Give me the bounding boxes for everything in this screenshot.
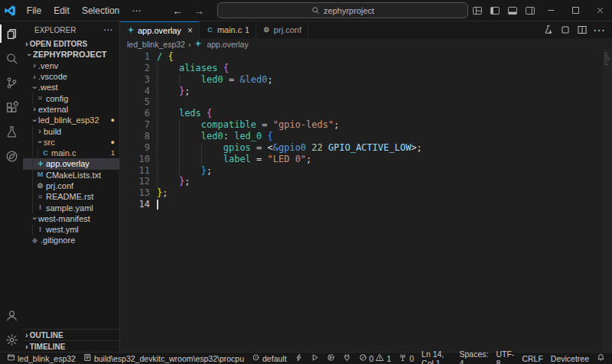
chevron-right-icon: › — [25, 40, 28, 48]
problems[interactable]: 01 — [355, 353, 396, 363]
tree-item-label: external — [38, 105, 68, 114]
chevron-down-icon: › — [31, 116, 39, 124]
explorer-icon[interactable] — [0, 21, 23, 46]
minimap[interactable] — [603, 50, 612, 352]
accounts-icon[interactable] — [0, 303, 23, 327]
tree-item-west-yml[interactable]: !west.yml — [23, 224, 119, 235]
source-control-icon[interactable] — [0, 70, 23, 95]
tree-item--vscode[interactable]: ›.vscode — [23, 71, 119, 82]
encoding[interactable]: UTF-8 — [492, 349, 518, 364]
yaml-file-icon: ! — [36, 204, 44, 211]
monitor-button[interactable] — [339, 353, 355, 363]
minimap-line — [604, 57, 609, 57]
zephyr-tools-icon[interactable] — [0, 144, 23, 168]
tree-item-label: build — [44, 127, 61, 136]
tree-item--west[interactable]: ›.west — [23, 82, 119, 93]
warning-icon — [376, 353, 384, 363]
minimize-button[interactable] — [539, 0, 563, 21]
close-button[interactable] — [588, 0, 612, 21]
tree-item-app-overlay[interactable]: app.overlay — [23, 158, 119, 169]
nav-arrows: ← → — [167, 5, 210, 17]
testing-icon[interactable] — [0, 119, 23, 144]
eol[interactable]: CRLF — [518, 354, 546, 363]
indentation-label: Spaces: 4 — [460, 349, 489, 364]
debug-button[interactable] — [323, 353, 339, 363]
forward-arrow-icon[interactable]: → — [188, 5, 210, 17]
breadcrumb-folder[interactable]: led_blink_esp32 — [127, 40, 185, 49]
tree-item--venv[interactable]: ›.venv — [23, 60, 119, 71]
close-icon[interactable]: × — [187, 25, 193, 36]
outline-section[interactable]: › OUTLINE — [23, 329, 119, 340]
split-editor-icon[interactable] — [574, 21, 591, 38]
build-dir[interactable]: build\esp32_devkitc_wroom\esp32\procpu — [80, 353, 248, 363]
tree-item-zephyrproject[interactable]: ›ZEPHYRPROJECT — [23, 49, 119, 60]
code-line — [157, 199, 601, 210]
toggle-sidebar-right-icon[interactable] — [521, 2, 539, 19]
line-number: 5 — [120, 96, 150, 108]
runner-select[interactable]: default — [248, 353, 291, 363]
tree-item--gitignore[interactable]: ◆.gitignore — [23, 235, 119, 245]
breadcrumb-file[interactable]: app.overlay — [207, 40, 248, 49]
flash-button[interactable] — [291, 353, 307, 363]
list-file-icon: ≡ — [36, 193, 44, 200]
more-actions-icon[interactable]: ⋯ — [591, 21, 607, 38]
tree-item-led-blink-esp32[interactable]: ›led_blink_esp32● — [23, 115, 119, 125]
tree-item-cmakelists-txt[interactable]: MCMakeLists.txt — [23, 170, 119, 180]
tree-item-main-c[interactable]: Cmain.c1 — [23, 148, 119, 158]
minimap-line — [604, 52, 607, 53]
tree-item-label: config — [46, 94, 68, 103]
tree-item-west-manifest[interactable]: ›west-manifest — [23, 213, 119, 224]
extensions-icon[interactable] — [0, 95, 23, 119]
indentation[interactable]: Spaces: 4 — [456, 349, 493, 364]
search-icon[interactable] — [0, 46, 23, 70]
line-number: 9 — [120, 142, 150, 154]
tab-prj-conf[interactable]: ⚙prj.conf — [256, 21, 308, 38]
command-center-search[interactable]: zephyrproject — [217, 2, 468, 18]
token — [262, 131, 267, 141]
open-editors-label: OPEN EDITORS — [30, 40, 87, 48]
ports[interactable]: 0 — [395, 353, 418, 363]
tree-item-config[interactable]: ≡config — [23, 93, 119, 103]
search-icon — [311, 6, 320, 15]
more-actions-icon[interactable]: ⋯ — [103, 24, 113, 35]
token: { — [223, 63, 229, 73]
notifications[interactable] — [593, 353, 609, 363]
tree-item-readme-rst[interactable]: ≡README.rst — [23, 191, 119, 202]
board-select[interactable]: led_blink_esp32 — [3, 353, 80, 363]
chevron-right-icon: › — [36, 127, 44, 135]
token — [157, 131, 201, 141]
tree-item-build[interactable]: ›build — [23, 125, 119, 136]
tree-item-src[interactable]: ›src● — [23, 137, 119, 148]
tree-item-sample-yaml[interactable]: !sample.yaml — [23, 202, 119, 213]
code-line: aliases { — [157, 63, 601, 74]
main-content: EXPLORER ⋯ › OPEN EDITORS ›ZEPHYRPROJECT… — [0, 21, 612, 352]
code-editor[interactable]: 1/ {2 aliases {3 led0 = &led0;4 };56 led… — [120, 50, 612, 352]
tab-main-c[interactable]: Cmain.c1 — [200, 21, 256, 38]
run-tests-icon[interactable] — [540, 21, 557, 38]
cursor-position[interactable]: Ln 14, Col 1 — [418, 349, 455, 364]
language-mode[interactable]: Devicetree — [547, 354, 593, 363]
settings-icon[interactable] — [0, 327, 23, 352]
menu-edit[interactable]: Edit — [47, 3, 76, 18]
tree-item-prj-conf[interactable]: ⚙prj.conf — [23, 180, 119, 191]
timeline-section[interactable]: › TIMELINE — [23, 340, 119, 352]
menu-more[interactable]: ⋯ — [125, 3, 147, 18]
back-arrow-icon[interactable]: ← — [167, 5, 188, 17]
run-button[interactable] — [307, 353, 323, 363]
overlay-file-icon — [36, 160, 44, 168]
status-left: led_blink_esp32build\esp32_devkitc_wroom… — [3, 353, 418, 363]
token: "LED 0" — [268, 154, 307, 164]
open-preview-icon[interactable] — [557, 21, 574, 38]
toggle-sidebar-left-icon[interactable] — [486, 2, 503, 19]
open-editors-section[interactable]: › OPEN EDITORS — [23, 38, 119, 49]
tree-item-label: app.overlay — [46, 159, 90, 168]
menu-selection[interactable]: Selection — [76, 3, 125, 18]
toggle-panel-icon[interactable] — [503, 2, 521, 19]
tab-app-overlay[interactable]: app.overlay× — [120, 21, 200, 38]
tree-item-external[interactable]: ›external — [23, 104, 119, 115]
maximize-button[interactable] — [563, 0, 588, 21]
menu-file[interactable]: File — [21, 3, 47, 18]
tree-indent-guide — [32, 137, 33, 148]
customize-layout-icon[interactable] — [468, 2, 486, 19]
tree-indent-guide — [32, 148, 33, 158]
